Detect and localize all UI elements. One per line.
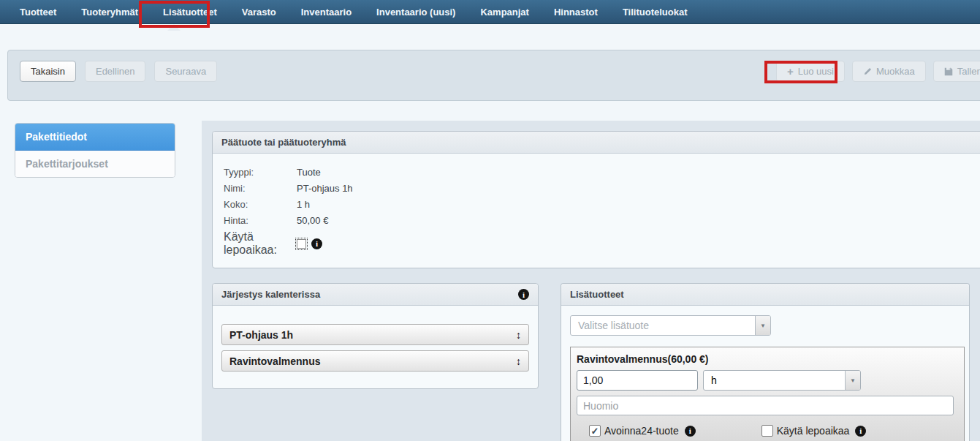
field-value: 1 h xyxy=(297,197,310,212)
sortable-item-pt-ohjaus[interactable]: PT-ohjaus 1h ↕ xyxy=(221,324,529,345)
avoinna24-checkbox[interactable] xyxy=(589,425,601,437)
floppy-icon xyxy=(944,67,953,76)
back-button[interactable]: Takaisin xyxy=(20,61,76,82)
info-icon[interactable]: i xyxy=(311,238,322,249)
save-button[interactable]: Tallenna xyxy=(933,61,980,82)
quantity-input[interactable] xyxy=(577,370,698,391)
info-icon[interactable]: i xyxy=(685,426,696,437)
nav-item-lisatuotteet[interactable]: Lisätuotteet xyxy=(151,0,229,24)
field-value: Tuote xyxy=(297,165,321,180)
field-row-type: Tyyppi: Tuote xyxy=(224,165,980,180)
rest-time-checkbox[interactable] xyxy=(297,239,306,249)
note-input[interactable] xyxy=(577,396,954,415)
field-value: 50,00 € xyxy=(297,213,328,228)
nav-item-inventaario-uusi[interactable]: Inventaario (uusi) xyxy=(364,0,468,24)
sortable-item-ravintovalmennus[interactable]: Ravintovalmennus ↕ xyxy=(221,350,529,372)
create-new-button[interactable]: + Luo uusi xyxy=(776,61,845,82)
field-label: Tyyppi: xyxy=(224,165,297,180)
unit-select[interactable]: h ▼ xyxy=(703,370,861,391)
nav-item-inventaario[interactable]: Inventaario xyxy=(289,0,364,24)
chevron-down-icon[interactable]: ▼ xyxy=(845,371,860,390)
toolbar: Takaisin Edellinen Seuraava + Luo uusi M… xyxy=(7,50,980,101)
pencil-icon xyxy=(863,67,872,76)
sortable-item-label: Ravintovalmennus xyxy=(229,355,320,367)
product-panel-header: Päätuote tai päätuoteryhmä xyxy=(213,132,980,154)
calendar-order-title: Järjestys kalenterissa xyxy=(221,289,320,300)
create-new-label: Luo uusi xyxy=(798,66,834,77)
field-row-name: Nimi: PT-ohjaus 1h xyxy=(224,181,980,196)
nav-item-hinnastot[interactable]: Hinnastot xyxy=(542,0,610,24)
addons-panel-title: Lisätuotteet xyxy=(570,289,624,300)
rest-time-row: Käytä lepoaikaa: i xyxy=(224,230,980,257)
active-tab-caret xyxy=(167,24,181,31)
info-icon[interactable]: i xyxy=(518,289,529,300)
edit-button[interactable]: Muokkaa xyxy=(852,61,926,82)
nav-item-tuotteet[interactable]: Tuotteet xyxy=(7,0,69,24)
field-label: Hinta: xyxy=(224,213,297,228)
up-down-arrow-icon: ↕ xyxy=(516,355,521,367)
sidebar-item-pakettitarjoukset[interactable]: Pakettitarjoukset xyxy=(15,151,175,177)
avoinna24-label: Avoinna24-tuote xyxy=(604,425,679,437)
rest-time-addon-label: Käytä lepoaikaa xyxy=(777,425,850,437)
nav-item-tuoteryhmat[interactable]: Tuoteryhmät xyxy=(69,0,151,24)
calendar-order-panel: Järjestys kalenterissa i PT-ohjaus 1h ↕ … xyxy=(212,283,539,389)
field-row-size: Koko: 1 h xyxy=(224,197,980,212)
nav-item-varasto[interactable]: Varasto xyxy=(229,0,289,24)
top-navbar: Tuotteet Tuoteryhmät Lisätuotteet Varast… xyxy=(0,0,980,24)
field-row-price: Hinta: 50,00 € xyxy=(224,213,980,228)
field-label: Koko: xyxy=(224,197,297,212)
product-panel-title: Päätuote tai päätuoteryhmä xyxy=(221,137,346,148)
addon-item-title: Ravintovalmennus(60,00 €) xyxy=(577,351,958,370)
calendar-order-header: Järjestys kalenterissa i xyxy=(213,284,538,306)
nav-item-tilituoteluokat[interactable]: Tilituoteluokat xyxy=(610,0,700,24)
previous-button[interactable]: Edellinen xyxy=(85,61,146,82)
addon-select[interactable]: Valitse lisätuote ▼ xyxy=(570,315,771,336)
sidebar: Pakettitiedot Pakettitarjoukset xyxy=(0,121,202,441)
addons-panel: Lisätuotteet Valitse lisätuote ▼ Ravinto… xyxy=(561,283,970,441)
sortable-item-label: PT-ohjaus 1h xyxy=(229,329,293,341)
save-label: Tallenna xyxy=(957,66,980,77)
addon-select-placeholder: Valitse lisätuote xyxy=(571,316,755,335)
field-label: Nimi: xyxy=(224,181,297,196)
info-icon[interactable]: i xyxy=(855,426,866,437)
sidebar-item-pakettitiedot[interactable]: Pakettitiedot xyxy=(15,124,175,151)
plus-icon: + xyxy=(787,66,794,77)
main-content: Päätuote tai päätuoteryhmä Tyyppi: Tuote… xyxy=(202,121,980,441)
rest-time-check-group: Käytä lepoaikaa i xyxy=(761,425,867,437)
addon-item-box: Ravintovalmennus(60,00 €) h ▼ xyxy=(570,347,965,441)
field-value: PT-ohjaus 1h xyxy=(297,181,353,196)
unit-select-value: h xyxy=(704,371,845,390)
edit-label: Muokkaa xyxy=(876,66,915,77)
avoinna24-check-group: Avoinna24-tuote i xyxy=(589,425,696,437)
next-button[interactable]: Seuraava xyxy=(154,61,217,82)
product-panel: Päätuote tai päätuoteryhmä Tyyppi: Tuote… xyxy=(212,131,980,268)
rest-time-label: Käytä lepoaikaa: xyxy=(224,230,297,257)
chevron-down-icon[interactable]: ▼ xyxy=(755,316,770,335)
rest-time-addon-checkbox[interactable] xyxy=(761,425,773,437)
nav-item-kampanjat[interactable]: Kampanjat xyxy=(468,0,541,24)
addons-panel-header: Lisätuotteet xyxy=(561,284,969,306)
up-down-arrow-icon: ↕ xyxy=(516,329,521,341)
